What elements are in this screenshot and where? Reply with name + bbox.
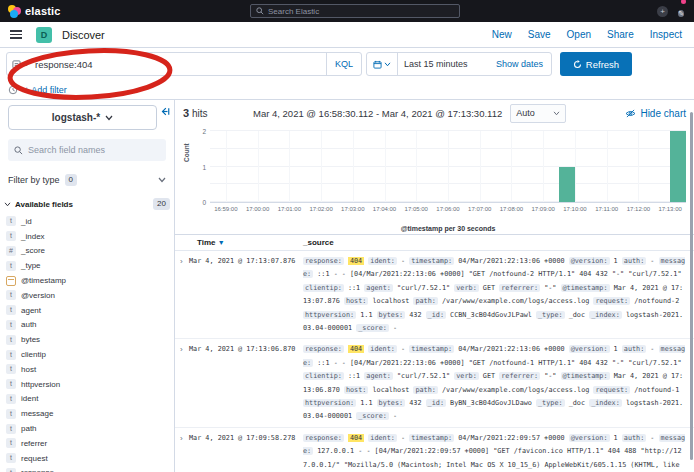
user-menu[interactable]: ✎ (678, 2, 684, 20)
field-path[interactable]: tpath (6, 421, 174, 436)
field-request[interactable]: trequest (6, 451, 174, 466)
field-host[interactable]: thost (6, 362, 174, 377)
source-field-name: agent: (364, 372, 393, 380)
field-clientip[interactable]: tclientip (6, 347, 174, 362)
source-field-value: /notfound-1 (634, 386, 679, 394)
source-field-name: verb: (454, 284, 478, 292)
string-field-icon: t (6, 350, 16, 360)
histogram-bar-17:09:30[interactable] (559, 167, 575, 203)
expand-row-icon[interactable]: › (175, 432, 189, 472)
field-_id[interactable]: t_id (6, 214, 174, 229)
field-_score[interactable]: #_score (6, 244, 174, 259)
collapse-sidebar-icon[interactable] (160, 105, 170, 116)
add-filter-button[interactable]: + Add filter (24, 85, 67, 95)
nav-action-open[interactable]: Open (567, 29, 591, 40)
string-field-icon: t (6, 335, 16, 345)
index-pattern-label: logstash-* (52, 112, 100, 123)
field-httpversion[interactable]: thttpversion (6, 377, 174, 392)
saved-query-menu[interactable] (7, 60, 35, 69)
highlighted-value: 404 (348, 434, 364, 442)
field-name: _id (21, 217, 32, 226)
chevron-down-icon (105, 115, 113, 121)
source-field-value: ::1 (348, 372, 360, 380)
show-dates-button[interactable]: Show dates (496, 59, 551, 69)
field-ident[interactable]: tident (6, 392, 174, 407)
field-response[interactable]: tresponse (6, 466, 174, 472)
source-field-name: host: (344, 386, 368, 394)
nav-action-new[interactable]: New (492, 29, 512, 40)
field-@timestamp[interactable]: @timestamp (6, 273, 174, 288)
deployment-icon[interactable]: + (657, 6, 668, 17)
field-name: host (21, 365, 36, 374)
expand-row-icon[interactable]: › (175, 255, 189, 335)
histogram-bar-17:13:00[interactable] (670, 131, 686, 202)
field-name: _type (21, 261, 41, 270)
source-field-value: /notfound-2 (634, 297, 679, 305)
menu-icon[interactable] (10, 28, 22, 41)
field-name: ident (21, 394, 38, 403)
calendar-menu[interactable] (367, 53, 398, 75)
index-pattern-select[interactable]: logstash-* (8, 105, 157, 130)
field-auth[interactable]: tauth (6, 318, 174, 333)
chevron-down-icon (158, 177, 166, 183)
source-field-name: auth: (622, 257, 646, 265)
vertical-scrollbar[interactable] (690, 112, 693, 460)
source-field-value: _doc (569, 311, 585, 319)
nav-action-share[interactable]: Share (607, 29, 634, 40)
x-tick-label: 17:04:00 (373, 206, 396, 212)
v-gridline (543, 131, 544, 202)
filter-history-icon[interactable] (8, 85, 18, 95)
source-field-value: CCBN_3cB04dGovJLPawl (450, 311, 532, 319)
source-field-name: timestamp: (409, 434, 454, 442)
field-_type[interactable]: t_type (6, 258, 174, 273)
doc-source: response: 404 ident: - timestamp: 04/Mar… (303, 255, 694, 335)
field-_index[interactable]: t_index (6, 229, 174, 244)
source-field-value: ::1 - - [04/Mar/2021:22:13:06 +0000] "GE… (317, 270, 681, 278)
source-field-value: 1.1 (360, 399, 372, 407)
v-gridline (416, 131, 417, 202)
discover-app-badge: D (36, 27, 52, 43)
field-name: auth (21, 320, 37, 329)
source-field-value: - (650, 434, 654, 442)
filter-by-type-button[interactable]: Filter by type 0 (8, 170, 166, 190)
source-field-value: "-" (544, 284, 556, 292)
source-field-value: - (650, 257, 654, 265)
source-field-name: _index: (589, 399, 622, 407)
field-referrer[interactable]: treferrer (6, 436, 174, 451)
doc-row: ›Mar 4, 2021 @ 17:13:07.876response: 404… (175, 251, 694, 339)
interval-select[interactable]: Auto (510, 104, 566, 123)
nav-actions: NewSaveOpenShareInspect (492, 29, 694, 40)
v-gridline (511, 131, 512, 202)
doc-time: Mar 4, 2021 @ 17:13:06.870 (189, 343, 303, 423)
field-search-input[interactable]: Search field names (8, 139, 166, 161)
field-bytes[interactable]: tbytes (6, 332, 174, 347)
time-column-header[interactable]: Time ▼ (175, 238, 303, 247)
doc-time: Mar 4, 2021 @ 17:13:07.876 (189, 255, 303, 335)
query-language-button[interactable]: KQL (326, 53, 361, 75)
x-tick-label: 17:00:00 (246, 206, 269, 212)
header-right: + ✎ (657, 2, 694, 20)
time-range-button[interactable]: Last 15 minutes (398, 59, 496, 69)
field-agent[interactable]: tagent (6, 303, 174, 318)
source-field-name: httpversion: (303, 399, 356, 407)
v-gridline (289, 131, 290, 202)
field-name: message (21, 409, 53, 418)
source-field-name: httpversion: (303, 311, 356, 319)
search-icon (14, 146, 23, 155)
hide-chart-button[interactable]: Hide chart (625, 108, 686, 119)
field-@version[interactable]: t@version (6, 288, 174, 303)
elastic-brand: elastic (0, 5, 120, 18)
date-field-icon (6, 276, 16, 286)
nav-action-inspect[interactable]: Inspect (650, 29, 682, 40)
query-input[interactable]: response:404 KQL (6, 52, 362, 76)
source-field-value: 1 (614, 257, 618, 265)
source-field-name: timestamp: (409, 257, 454, 265)
expand-row-icon[interactable]: › (175, 343, 189, 423)
source-field-name: @timestamp: (561, 372, 610, 380)
field-list: t_idt_index#_scoret_type@timestampt@vers… (0, 212, 174, 472)
field-message[interactable]: tmessage (6, 406, 174, 421)
nav-action-save[interactable]: Save (528, 29, 551, 40)
available-fields-header[interactable]: Available fields 20 (4, 198, 170, 210)
refresh-button[interactable]: Refresh (560, 52, 632, 76)
global-search-input[interactable]: Search Elastic (250, 4, 460, 18)
